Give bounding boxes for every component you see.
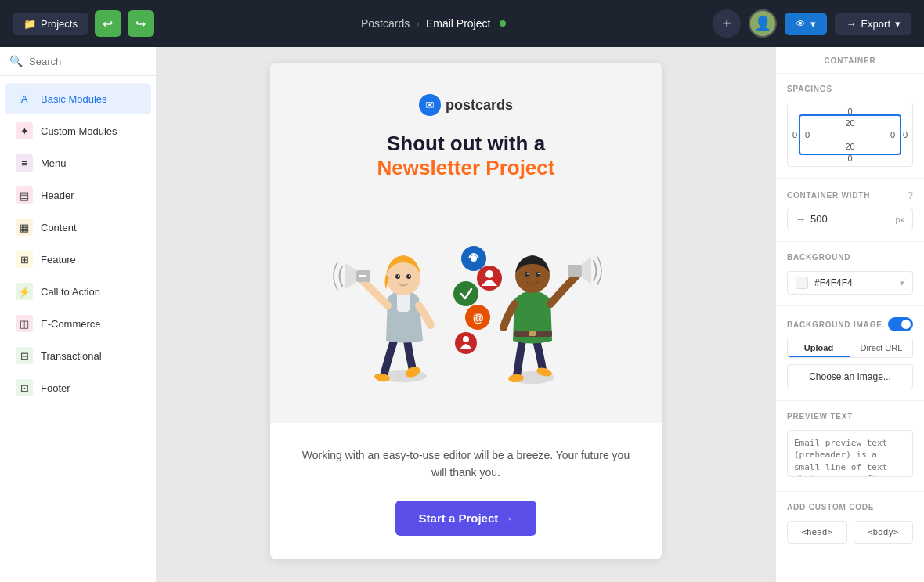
topbar: 📁 Projects ↩ ↪ Postcards › Email Project…: [0, 0, 924, 47]
menu-icon: ≡: [16, 154, 33, 172]
background-section: BACKGROUND #F4F4F4 ▾: [776, 242, 924, 306]
folder-icon: 📁: [23, 18, 36, 30]
sidebar-item-menu[interactable]: ≡ Menu: [5, 147, 151, 179]
status-indicator: [500, 20, 506, 27]
svg-point-25: [525, 272, 529, 277]
right-panel: CONTAINER SPACINGS 0 0 0 20 0 0 20 0: [775, 47, 924, 582]
body-code-button[interactable]: <body>: [854, 521, 914, 544]
svg-point-12: [453, 281, 478, 306]
search-box: 🔍: [0, 47, 156, 76]
container-width-value: 500: [810, 213, 890, 225]
add-button[interactable]: +: [713, 9, 741, 38]
width-row: ↔ 500 px: [787, 208, 913, 230]
redo-button[interactable]: ↪: [128, 10, 154, 37]
upload-tab[interactable]: Upload: [788, 338, 850, 357]
bg-image-toggle[interactable]: [888, 317, 913, 331]
search-input[interactable]: [29, 56, 146, 67]
sidebar-item-custom-modules[interactable]: ✦ Custom Modules: [5, 115, 151, 146]
sidebar-item-feature[interactable]: ⊞ Feature: [5, 244, 151, 275]
sidebar-item-label: Call to Action: [41, 286, 100, 298]
feature-icon: ⊞: [16, 251, 33, 268]
sidebar-item-label: Basic Modules: [41, 93, 107, 105]
svg-point-11: [471, 255, 477, 262]
export-button[interactable]: → Export ▾: [835, 13, 911, 35]
projects-button[interactable]: 📁 Projects: [13, 13, 88, 35]
sidebar-item-label: Footer: [41, 382, 70, 394]
sidebar-section: A Basic Modules ✦ Custom Modules ≡ Menu …: [0, 76, 156, 410]
spacing-left-inner: 0: [805, 130, 810, 139]
bg-color-swatch: [796, 277, 808, 289]
undo-icon: ↩: [103, 16, 113, 31]
export-icon: →: [846, 18, 856, 30]
content-icon: ▦: [16, 219, 33, 236]
bg-image-header: BACKGROUND IMAGE: [787, 317, 913, 331]
custom-code-title: ADD CUSTOM CODE: [787, 503, 913, 512]
sidebar-item-basic-modules[interactable]: A Basic Modules: [5, 83, 151, 114]
spacing-left-outer: 0: [792, 130, 797, 139]
sidebar-item-e-commerce[interactable]: ◫ E-Commerce: [5, 308, 151, 339]
trans-icon: ⊟: [16, 347, 33, 364]
preview-text-section: PREVIEW TEXT: [776, 401, 924, 492]
topbar-right: + 👤 👁 ▾ → Export ▾: [713, 9, 911, 38]
plus-icon: +: [723, 15, 732, 33]
email-cta-button[interactable]: Start a Project →: [395, 501, 537, 536]
main-area: 🔍 A Basic Modules ✦ Custom Modules ≡ Men…: [0, 47, 924, 582]
ecom-icon: ◫: [16, 315, 33, 332]
breadcrumb: Postcards › Email Project: [162, 17, 705, 30]
svg-text:@: @: [473, 312, 484, 324]
spacing-right-inner: 0: [890, 130, 895, 139]
sidebar-item-call-to-action[interactable]: ⚡ Call to Action: [5, 276, 151, 307]
container-width-section: CONTAINER WIDTH ? ↔ 500 px: [776, 179, 924, 242]
code-buttons: <head> <body>: [787, 521, 913, 544]
view-button[interactable]: 👁 ▾: [785, 13, 827, 35]
spacing-outer: 0 0 0 20 0 0 20 0: [787, 103, 913, 167]
sidebar-item-label: Custom Modules: [41, 125, 117, 137]
sidebar-item-footer[interactable]: ⊡ Footer: [5, 372, 151, 403]
bg-color-row[interactable]: #F4F4F4 ▾: [787, 271, 913, 295]
email-logo: postcards: [301, 94, 630, 116]
logo-icon: [419, 94, 441, 116]
preview-text-input[interactable]: [787, 430, 913, 477]
sidebar-item-label: Feature: [41, 254, 76, 266]
sidebar-item-label: E-Commerce: [41, 318, 101, 330]
svg-point-28: [538, 273, 540, 274]
sidebar-item-label: Content: [41, 222, 77, 233]
svg-point-5: [395, 274, 400, 279]
spacings-title: SPACINGS: [787, 85, 913, 93]
spacing-bottom-outer: 0: [847, 154, 852, 163]
svg-point-19: [463, 336, 469, 342]
background-title: BACKGROUND: [787, 253, 913, 262]
sidebar-item-content[interactable]: ▦ Content: [5, 211, 151, 243]
container-width-title: CONTAINER WIDTH: [787, 191, 870, 200]
canvas: postcards Shout out with a Newsletter Pr…: [157, 47, 775, 582]
projects-label: Projects: [41, 18, 78, 30]
illustration-svg: @: [301, 180, 630, 399]
headline-line2: Newsletter Project: [301, 156, 630, 180]
upload-tabs: Upload Direct URL: [787, 338, 913, 358]
undo-button[interactable]: ↩: [95, 10, 121, 37]
bg-color-hex: #F4F4F4: [814, 277, 893, 288]
head-code-button[interactable]: <head>: [787, 521, 847, 544]
breadcrumb-parent[interactable]: Postcards: [361, 17, 410, 30]
sidebar-item-header[interactable]: ▤ Header: [5, 179, 151, 211]
svg-point-6: [398, 275, 399, 277]
export-chevron: ▾: [895, 18, 901, 30]
choose-image-button[interactable]: Choose an Image...: [787, 364, 913, 389]
svg-point-14: [485, 270, 493, 278]
direct-url-tab[interactable]: Direct URL: [850, 338, 912, 357]
footer-icon: ⊡: [16, 379, 33, 396]
svg-point-7: [406, 274, 411, 279]
svg-point-26: [527, 273, 529, 274]
bg-image-title: BACKGROUND IMAGE: [787, 320, 882, 329]
width-icon: ↔: [796, 213, 806, 225]
email-illustration: @: [301, 180, 630, 399]
custom-modules-icon: ✦: [16, 122, 33, 139]
sidebar-item-transactional[interactable]: ⊟ Transactional: [5, 340, 151, 371]
svg-rect-29: [568, 265, 582, 277]
spacing-right-outer: 0: [903, 130, 908, 139]
breadcrumb-current: Email Project: [426, 17, 490, 30]
avatar[interactable]: 👤: [749, 9, 777, 38]
sidebar-item-label: Transactional: [41, 350, 102, 362]
sidebar-item-label: Menu: [41, 157, 67, 169]
help-icon[interactable]: ?: [908, 190, 913, 201]
